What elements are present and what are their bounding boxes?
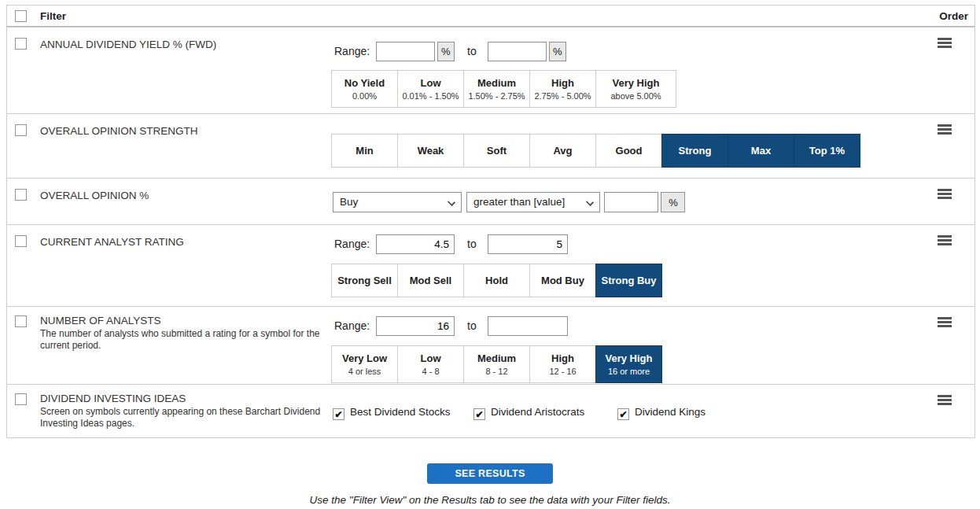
range-label: Range:	[334, 238, 370, 250]
filter-header-row: Filter Order	[7, 6, 974, 27]
select-all-checkbox[interactable]	[15, 10, 27, 22]
rating-preset-buttons: Strong Sell Mod Sell Hold Mod Buy Strong…	[331, 264, 662, 297]
rating-hold-button[interactable]: Hold	[463, 264, 530, 297]
chevron-down-icon	[587, 199, 593, 205]
screener-filter-page: Filter Order ANNUAL DIVIDEND YIELD % (FW…	[0, 0, 980, 509]
rating-mod-buy-button[interactable]: Mod Buy	[529, 264, 596, 297]
checkmark-icon: ✔	[473, 408, 485, 420]
filter-row-analyst-rating: CURRENT ANALYST RATING Range: to Strong …	[7, 224, 974, 306]
filter-row-label: DIVIDEND INVESTING IDEAS	[40, 393, 186, 404]
best-dividend-stocks-checkbox[interactable]: ✔Best Dividend Stocks	[333, 406, 451, 420]
strength-soft-button[interactable]: Soft	[463, 134, 530, 168]
filter-row-label: CURRENT ANALYST RATING	[40, 236, 184, 248]
to-label: to	[467, 45, 477, 57]
strength-weak-button[interactable]: Weak	[397, 134, 464, 168]
row-checkbox[interactable]	[15, 124, 27, 136]
strength-top1-button[interactable]: Top 1%	[794, 134, 860, 168]
yield-range-to-input[interactable]	[488, 42, 547, 61]
filter-row-opinion-percent: OVERALL OPINION % Buy greater than [valu…	[7, 178, 974, 224]
drag-handle-icon[interactable]	[938, 124, 952, 135]
filter-row-opinion-strength: OVERALL OPINION STRENGTH Min Weak Soft A…	[7, 113, 974, 178]
preset-high-button[interactable]: High 2.75% - 5.00%	[529, 70, 596, 108]
rating-range-from-input[interactable]	[376, 234, 455, 254]
range-label: Range:	[334, 45, 370, 57]
preset-no-yield-button[interactable]: No Yield 0.00%	[331, 70, 398, 108]
filter-view-note: Use the "Filter View" on the Results tab…	[0, 494, 980, 506]
strength-strong-button[interactable]: Strong	[661, 134, 728, 168]
dividend-aristocrats-checkbox[interactable]: ✔Dividend Aristocrats	[473, 406, 584, 420]
drag-handle-icon[interactable]	[938, 395, 952, 405]
preset-medium-button[interactable]: Medium 1.50% - 2.75%	[463, 70, 530, 108]
rating-mod-sell-button[interactable]: Mod Sell	[397, 264, 464, 297]
row-checkbox[interactable]	[15, 38, 27, 50]
checkmark-icon: ✔	[333, 408, 344, 420]
percent-suffix: %	[437, 42, 455, 61]
strength-good-button[interactable]: Good	[595, 134, 662, 168]
percent-suffix: %	[661, 192, 685, 212]
analysts-medium-button[interactable]: Medium8 - 12	[463, 345, 530, 383]
preset-low-button[interactable]: Low 0.01% - 1.50%	[397, 70, 464, 108]
range-label: Range:	[334, 319, 370, 332]
dividend-ideas-checkbox-list: ✔Best Dividend Stocks ✔Dividend Aristocr…	[7, 406, 974, 420]
preset-very-high-button[interactable]: Very High above 5.00%	[595, 70, 676, 108]
analysts-preset-buttons: Very Low4 or less Low4 - 8 Medium8 - 12 …	[331, 345, 662, 383]
see-results-button[interactable]: SEE RESULTS	[427, 463, 553, 484]
analysts-range-to-input[interactable]	[488, 316, 568, 336]
dividend-kings-checkbox[interactable]: ✔Dividend Kings	[617, 406, 706, 420]
filter-row-label: OVERALL OPINION STRENGTH	[40, 125, 198, 137]
chevron-down-icon	[448, 199, 455, 205]
opinion-percent-controls: Buy greater than [value] %	[7, 192, 974, 212]
analysts-high-button[interactable]: High12 - 16	[529, 345, 596, 383]
filter-row-annual-dividend-yield: ANNUAL DIVIDEND YIELD % (FWD) Range: % t…	[7, 27, 974, 113]
row-checkbox[interactable]	[15, 315, 27, 327]
analysts-low-button[interactable]: Low4 - 8	[397, 345, 464, 383]
percent-suffix: %	[549, 42, 566, 61]
rating-strong-sell-button[interactable]: Strong Sell	[331, 264, 398, 297]
rating-strong-buy-button[interactable]: Strong Buy	[595, 264, 662, 297]
filter-row-dividend-ideas: DIVIDEND INVESTING IDEAS Screen on symbo…	[7, 384, 974, 437]
opinion-type-select[interactable]: Buy	[333, 192, 462, 212]
rating-range-to-input[interactable]	[488, 234, 568, 254]
drag-handle-icon[interactable]	[938, 189, 952, 199]
filter-column-header: Filter	[40, 10, 66, 22]
opinion-percent-value-input[interactable]	[604, 192, 658, 212]
analysts-very-high-button[interactable]: Very High16 or more	[595, 345, 662, 383]
filter-table: Filter Order ANNUAL DIVIDEND YIELD % (FW…	[6, 5, 975, 438]
strength-max-button[interactable]: Max	[728, 134, 794, 168]
drag-handle-icon[interactable]	[938, 38, 952, 48]
order-column-header: Order	[939, 10, 968, 22]
row-checkbox[interactable]	[15, 235, 27, 247]
filter-row-label: ANNUAL DIVIDEND YIELD % (FWD)	[40, 39, 216, 50]
drag-handle-icon[interactable]	[938, 235, 952, 245]
strength-avg-button[interactable]: Avg	[529, 134, 596, 168]
filter-row-number-of-analysts: NUMBER OF ANALYSTS The number of analyst…	[7, 306, 974, 384]
filter-row-label: NUMBER OF ANALYSTS	[40, 315, 161, 326]
analysts-range-from-input[interactable]	[376, 316, 455, 336]
analysts-very-low-button[interactable]: Very Low4 or less	[331, 345, 398, 383]
to-label: to	[467, 238, 477, 250]
strength-min-button[interactable]: Min	[331, 134, 398, 168]
filter-row-description: The number of analysts who submitted a r…	[40, 328, 331, 352]
comparison-operator-select[interactable]: greater than [value]	[466, 192, 600, 212]
yield-preset-buttons: No Yield 0.00% Low 0.01% - 1.50% Medium …	[331, 70, 676, 108]
checkmark-icon: ✔	[617, 408, 629, 420]
row-checkbox[interactable]	[15, 393, 27, 405]
to-label: to	[467, 319, 477, 332]
opinion-strength-buttons: Min Weak Soft Avg Good Strong Max Top 1%	[331, 134, 860, 168]
drag-handle-icon[interactable]	[938, 317, 952, 327]
yield-range-from-input[interactable]	[376, 42, 435, 61]
